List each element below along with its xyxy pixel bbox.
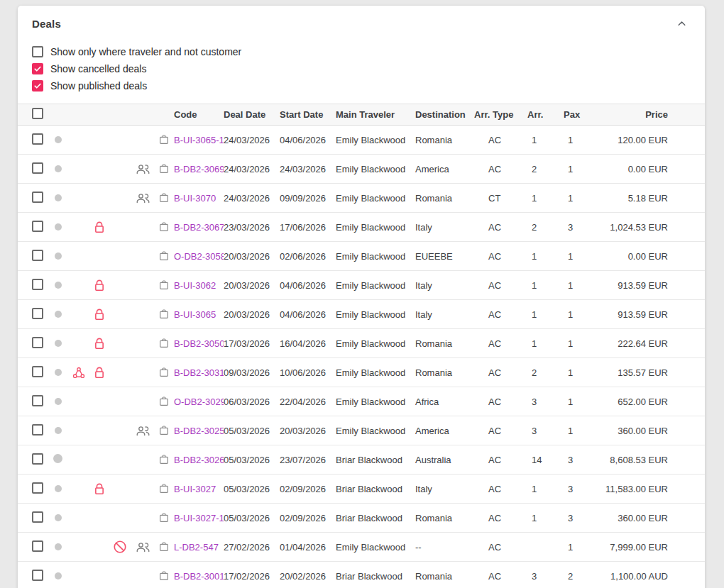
status-dot-cell (50, 542, 67, 553)
price-cell: 0.00 EUR (600, 164, 705, 174)
briefcase-icon[interactable] (158, 512, 170, 523)
deal-code-link[interactable]: L-DB2-547 (174, 542, 219, 553)
deal-code-link[interactable]: B-DB2-3031 (174, 367, 224, 378)
deal-code-link[interactable]: B-UI-3027 (174, 484, 216, 494)
page-title: Deals (32, 18, 61, 30)
deal-code-link[interactable]: B-UI-3065 (174, 309, 216, 320)
row-checkbox[interactable] (32, 279, 43, 290)
row-checkbox[interactable] (32, 308, 43, 319)
deal-code-link[interactable]: B-UI-3062 (174, 280, 216, 291)
table-header: Code Deal Date Start Date Main Traveler … (18, 104, 705, 126)
column-header-price: Price (600, 109, 705, 120)
row-checkbox[interactable] (32, 395, 43, 406)
row-checkbox-cell (18, 482, 50, 496)
deal-code-link[interactable]: B-DB2-3067 (174, 222, 224, 233)
status-dot (55, 572, 62, 579)
deal-date-cell: 06/03/2026 (224, 396, 280, 407)
lock-icon (94, 337, 105, 350)
start-date-cell: 20/02/2026 (280, 571, 336, 582)
filter-label: Show published deals (50, 80, 147, 91)
collapse-button[interactable] (674, 16, 689, 31)
table-row: B-DB2-300117/02/202620/02/2026Briar Blac… (18, 562, 705, 588)
briefcase-icon[interactable] (158, 279, 170, 291)
briefcase-icon[interactable] (158, 338, 170, 349)
briefcase-icon[interactable] (158, 221, 170, 233)
main-traveler-cell: Emily Blackwood (336, 251, 415, 262)
deal-date-cell: 09/03/2026 (224, 367, 280, 378)
row-checkbox[interactable] (32, 453, 43, 465)
lock-cell (90, 366, 108, 379)
row-checkbox[interactable] (32, 337, 43, 348)
briefcase-icon[interactable] (158, 250, 170, 262)
select-all-checkbox[interactable] (32, 108, 43, 119)
briefcase-icon[interactable] (158, 570, 170, 582)
arr-type-cell: AC (474, 135, 527, 145)
row-checkbox[interactable] (32, 540, 43, 552)
ban-icon (113, 540, 127, 554)
deal-code-link[interactable]: B-DB2-3026 (174, 455, 224, 465)
briefcase-icon[interactable] (158, 192, 170, 204)
arr-cell: 3 (527, 426, 564, 436)
status-dot-cell (50, 222, 67, 233)
table-row: B-UI-3027-105/03/202602/09/2026Briar Bla… (18, 504, 705, 533)
deal-code-link[interactable]: B-DB2-3025 (174, 426, 224, 436)
row-checkbox[interactable] (32, 424, 43, 436)
row-checkbox[interactable] (32, 511, 43, 523)
destination-cell: EUEEBE (415, 251, 474, 262)
deal-code-link[interactable]: B-DB2-3050 (174, 338, 224, 349)
briefcase-icon[interactable] (158, 454, 170, 465)
briefcase-icon[interactable] (158, 425, 170, 436)
code-cell: B-DB2-3001 (174, 571, 224, 582)
deal-code-link[interactable]: B-UI-3070 (174, 193, 216, 204)
deal-code-link[interactable]: O-DB2-3058 (174, 251, 224, 262)
briefcase-icon[interactable] (158, 163, 170, 174)
status-dot (55, 369, 62, 376)
destination-cell: Italy (415, 309, 474, 320)
status-dot-cell (50, 367, 67, 378)
deal-code-link[interactable]: B-DB2-3001 (174, 571, 224, 582)
deal-code-link[interactable]: B-UI-3065-1 (174, 135, 224, 145)
filter-checkbox[interactable] (32, 63, 43, 74)
briefcase-icon[interactable] (158, 134, 170, 145)
destination-cell: -- (415, 542, 474, 553)
check-icon (33, 65, 42, 73)
lock-cell (90, 337, 108, 350)
deal-date-cell: 20/03/2026 (224, 251, 280, 262)
briefcase-icon[interactable] (158, 396, 170, 407)
table-row: O-DB2-302906/03/202622/04/2026Emily Blac… (18, 387, 705, 416)
briefcase-cell (154, 279, 174, 291)
price-cell: 8,608.53 EUR (600, 455, 705, 465)
start-date-cell: 02/09/2026 (280, 513, 336, 523)
deal-code-link[interactable]: B-DB2-3069 (174, 164, 224, 174)
row-checkbox[interactable] (32, 250, 43, 261)
row-checkbox[interactable] (32, 221, 43, 232)
briefcase-icon[interactable] (158, 483, 170, 494)
row-checkbox[interactable] (32, 162, 43, 174)
deal-date-cell: 05/03/2026 (224, 426, 280, 436)
deal-date-cell: 05/03/2026 (224, 484, 280, 494)
deal-code-link[interactable]: B-UI-3027-1 (174, 513, 224, 523)
code-cell: L-DB2-547 (174, 542, 224, 553)
row-checkbox[interactable] (32, 366, 43, 377)
price-cell: 7,999.00 EUR (600, 542, 705, 553)
filter-checkbox[interactable] (32, 80, 43, 91)
row-checkbox[interactable] (32, 133, 43, 145)
briefcase-icon[interactable] (158, 309, 170, 320)
status-dot-cell (50, 280, 67, 291)
deal-code-link[interactable]: O-DB2-3029 (174, 396, 224, 407)
status-dot-cell (50, 164, 67, 174)
arr-type-cell: CT (474, 193, 527, 204)
column-header-code: Code (174, 109, 224, 120)
start-date-cell: 02/06/2026 (280, 251, 336, 262)
briefcase-icon[interactable] (158, 367, 170, 378)
briefcase-cell (154, 309, 174, 320)
row-checkbox[interactable] (32, 570, 43, 581)
status-dot-cell (50, 513, 67, 523)
filter-checkbox[interactable] (32, 46, 43, 57)
briefcase-icon[interactable] (158, 541, 170, 553)
row-checkbox[interactable] (32, 482, 43, 494)
row-checkbox[interactable] (32, 192, 43, 203)
pax-cell: 1 (564, 367, 600, 378)
column-header-pax: Pax (564, 109, 600, 120)
filter-row: Show published deals (32, 80, 691, 91)
